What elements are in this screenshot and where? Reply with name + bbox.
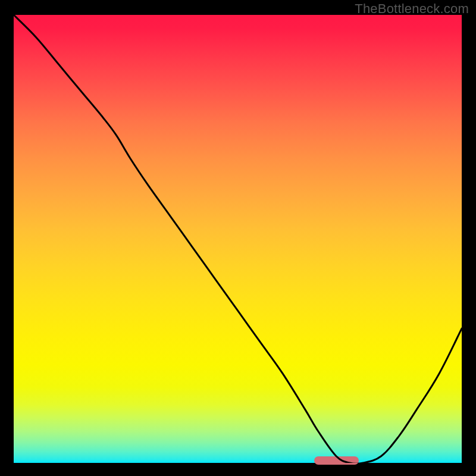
plot-area xyxy=(14,15,462,463)
bottleneck-curve-path xyxy=(14,15,462,463)
chart-container: TheBottleneck.com xyxy=(0,0,476,476)
watermark-text: TheBottleneck.com xyxy=(355,1,469,17)
curve-svg xyxy=(14,15,462,463)
